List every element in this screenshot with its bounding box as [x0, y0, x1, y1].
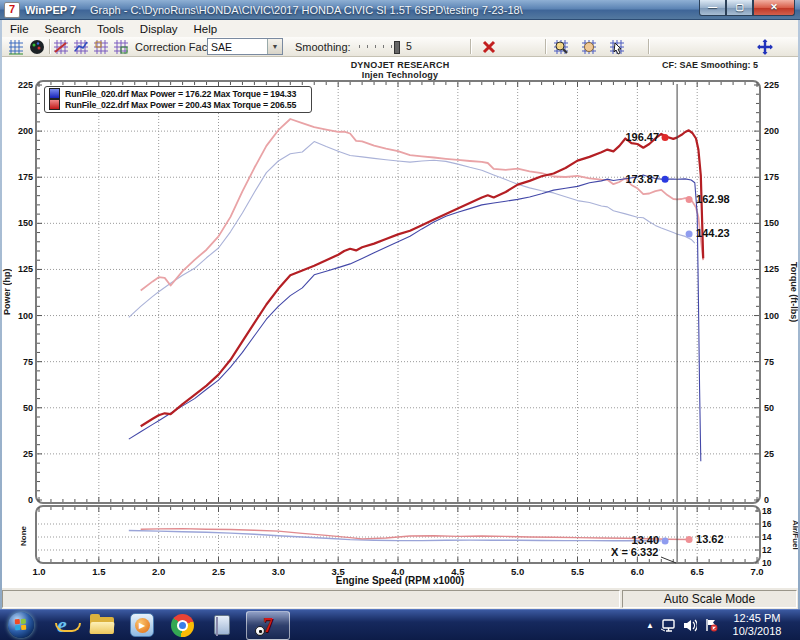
torque_run020-cursor-value: 144.23: [696, 227, 730, 239]
torque-tick-label: 125: [764, 264, 779, 274]
toolbar: Correction Factor: SAE ▼ Smoothing: 5: [0, 37, 800, 57]
run020-color-chip: [49, 88, 60, 99]
toolbar-separator: [49, 39, 51, 54]
airfuel_run020-cursor-dot: [662, 537, 669, 544]
menu-file[interactable]: File: [2, 22, 37, 36]
status-scale-mode: Auto Scale Mode: [622, 590, 797, 608]
app-icon: 7: [4, 2, 20, 18]
power-tick-label: 125: [18, 264, 33, 274]
crosshair-cursor-icon[interactable]: [756, 38, 774, 56]
menu-display[interactable]: Display: [132, 22, 186, 36]
speaker-icon[interactable]: [683, 619, 697, 632]
title-bar: 7 WinPEP 7 Graph - C:\DynoRuns\HONDA\CIV…: [0, 0, 800, 20]
media-player-icon: ▶: [130, 613, 154, 637]
minimize-button[interactable]: —: [699, 0, 726, 16]
power_run020-cursor-dot: [662, 176, 669, 183]
network-icon[interactable]: [661, 619, 676, 632]
new-graph-icon[interactable]: [52, 38, 70, 56]
action-center-flag-icon[interactable]: [704, 618, 718, 632]
x-axis-title: Engine Speed (RPM x1000): [0, 575, 800, 586]
menu-search[interactable]: Search: [37, 22, 89, 36]
overlay-graph-icon[interactable]: [72, 38, 90, 56]
airfuel-tick-label: 16: [762, 519, 772, 529]
delete-run-icon[interactable]: [480, 38, 498, 56]
taskbar-chrome[interactable]: [167, 612, 197, 638]
legend-label-run020: RunFile_020.drf Max Power = 176.22 Max T…: [65, 89, 296, 99]
legend-label-run022: RunFile_022.drf Max Power = 200.43 Max T…: [65, 100, 296, 110]
power-axis-title: Power (hp): [2, 217, 12, 367]
taskbar-clock[interactable]: 12:45 PM 10/3/2018: [724, 612, 790, 638]
taskbar-winpep-active[interactable]: 7: [246, 611, 290, 640]
torque-tick-label: 0: [764, 495, 769, 505]
start-button[interactable]: [8, 612, 34, 638]
clock-date: 10/3/2018: [724, 625, 790, 638]
airfuel_run022-cursor-dot: [686, 536, 693, 543]
window-frame-left: [0, 20, 2, 609]
airfuel-tick-label: 18: [762, 506, 772, 516]
airfuel_run022-cursor-value: 13.62: [696, 533, 724, 545]
status-cell-empty: [2, 590, 620, 608]
legend-row-run022: RunFile_022.drf Max Power = 200.43 Max T…: [49, 99, 307, 110]
menu-help[interactable]: Help: [186, 22, 226, 36]
taskbar-internet-explorer[interactable]: e: [47, 612, 77, 638]
maximize-button[interactable]: ▢: [726, 0, 753, 16]
power-tick-label: 75: [23, 357, 33, 367]
legend-row-run020: RunFile_020.drf Max Power = 176.22 Max T…: [49, 88, 307, 99]
gauge-sphere-icon[interactable]: [28, 38, 46, 56]
smoothing-value: 5: [406, 40, 412, 52]
airfuel-tick-label: 12: [762, 545, 772, 555]
run022-color-chip: [49, 99, 60, 110]
power-tick-label: 225: [18, 80, 33, 90]
smoothing-slider-handle[interactable]: [394, 41, 400, 54]
clock-time: 12:45 PM: [724, 612, 790, 625]
power-tick-label: 175: [18, 172, 33, 182]
torque_run020-cursor-dot: [686, 230, 693, 237]
taskbar-calculator[interactable]: [207, 612, 237, 638]
torque-tick-label: 175: [764, 172, 779, 182]
chevron-down-icon[interactable]: ▼: [267, 39, 282, 54]
torque-tick-label: 225: [764, 80, 779, 90]
airfuel-tick-label: 14: [762, 532, 772, 542]
smoothing-label: Smoothing:: [295, 41, 351, 53]
menu-tools[interactable]: Tools: [89, 22, 132, 36]
internet-explorer-icon: e: [57, 614, 67, 636]
close-button[interactable]: ✕: [753, 0, 795, 16]
power_run022-cursor-dot: [662, 134, 669, 141]
legend-box[interactable]: RunFile_020.drf Max Power = 176.22 Max T…: [44, 86, 312, 113]
torque-tick-label: 150: [764, 218, 779, 228]
chart-area: DYNOJET RESEARCH Injen Technology CF: SA…: [0, 57, 800, 587]
select-graph-icon[interactable]: [608, 38, 626, 56]
torque_run022-cursor-value: 162.98: [696, 193, 730, 205]
zoom-graph-icon[interactable]: [552, 38, 570, 56]
power-tick-label: 200: [18, 126, 33, 136]
pan-graph-icon[interactable]: [580, 38, 598, 56]
toolbar-separator: [648, 39, 650, 54]
multi-graph-icon[interactable]: [112, 38, 130, 56]
graph-grid-icon[interactable]: [7, 38, 25, 56]
windows-flag-icon: [15, 619, 28, 632]
status-bar: Auto Scale Mode: [0, 587, 800, 609]
power-tick-label: 50: [23, 403, 33, 413]
dyno-chart-svg: 1.01.52.02.53.03.54.04.55.05.56.06.57.00…: [0, 57, 800, 587]
tray-expand-icon[interactable]: ▲: [646, 621, 654, 630]
airfuel_run020-cursor-value: 13.40: [632, 534, 660, 546]
power_run020-cursor-value: 173.87: [625, 173, 659, 185]
correction-factor-dropdown[interactable]: SAE ▼: [207, 38, 283, 55]
taskbar-media-player[interactable]: ▶: [127, 612, 157, 638]
toolbar-separator: [545, 39, 547, 54]
menu-bar: File Search Tools Display Help: [0, 20, 800, 37]
compare-graph-icon[interactable]: [92, 38, 110, 56]
power-tick-label: 100: [18, 311, 33, 321]
winpep-ball-icon: [255, 626, 265, 636]
taskbar-file-explorer[interactable]: [87, 612, 117, 638]
torque-tick-label: 75: [764, 357, 774, 367]
power_run022-cursor-value: 196.47: [625, 131, 659, 143]
main-plot-box: [36, 81, 760, 503]
power-tick-label: 25: [23, 449, 33, 459]
chart-title-line2: Injen Technology: [0, 70, 800, 80]
torque-tick-label: 25: [764, 449, 774, 459]
none-axis-title: None: [19, 510, 28, 562]
calculator-icon: [214, 615, 230, 635]
smoothing-slider[interactable]: [352, 41, 400, 52]
power-tick-label: 150: [18, 218, 33, 228]
